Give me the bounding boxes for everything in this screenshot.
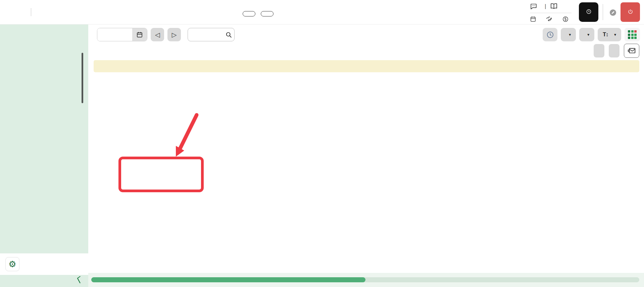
revenue-summary <box>153 47 156 54</box>
sessions-icon <box>530 16 536 22</box>
user-group <box>579 2 640 22</box>
tee-sheet-main: ◁ ▷ ▾ ▾ T↕▾ <box>88 25 644 287</box>
select-resources-dropdown[interactable]: ▾ <box>579 28 594 41</box>
chevron-down-icon: ▾ <box>614 32 616 37</box>
bottom-scroll-area <box>88 273 644 287</box>
edit-profile-icon[interactable] <box>610 9 616 16</box>
balance-icon <box>562 16 569 23</box>
top-bar: | <box>0 0 644 25</box>
datetime <box>25 8 37 16</box>
horizontal-scrollbar-track[interactable] <box>91 277 639 282</box>
date-picker[interactable] <box>97 28 147 41</box>
horizontal-scrollbar-thumb[interactable] <box>91 277 365 282</box>
switch-course-button[interactable] <box>261 11 274 16</box>
chevron-down-icon: ▾ <box>587 32 589 37</box>
send-email-icon[interactable] <box>624 44 639 58</box>
gear-icon[interactable]: ⚙ <box>5 257 19 271</box>
calendar-icon[interactable] <box>132 28 147 41</box>
power-icon <box>628 9 633 14</box>
sort-by-dropdown[interactable]: ▾ <box>561 28 576 41</box>
chevron-down-icon: ▾ <box>569 32 571 37</box>
rounds-icon <box>546 15 553 23</box>
knowledge-base-icon <box>550 2 558 10</box>
clock-icon <box>586 9 592 14</box>
help-divider: | <box>545 3 546 10</box>
next-day-button[interactable]: ▷ <box>167 28 181 41</box>
search-icon[interactable] <box>223 31 234 38</box>
search-player-box[interactable] <box>188 28 235 41</box>
history-clock-icon[interactable] <box>543 28 557 41</box>
search-player-input[interactable] <box>188 32 223 38</box>
clock-out-button[interactable] <box>579 2 598 22</box>
grid-view-icon[interactable] <box>625 28 640 41</box>
prev-day-button[interactable]: ◁ <box>151 28 164 41</box>
count-bar <box>88 43 644 59</box>
sidebar-scrollbar[interactable] <box>82 53 83 103</box>
export-pdf-button[interactable] <box>609 44 620 57</box>
sidebar: ⚙ <box>0 25 88 287</box>
chat-icon <box>530 3 537 10</box>
notice-banner <box>94 60 639 72</box>
sidebar-collapse-icon[interactable] <box>74 274 84 284</box>
sidebar-footer: ⚙ <box>0 253 88 275</box>
user-divider <box>603 4 603 20</box>
help-group: | <box>530 2 572 23</box>
export-excel-button[interactable] <box>594 44 604 57</box>
switch-role-button[interactable] <box>243 11 255 16</box>
terminal-group <box>243 8 274 16</box>
logout-button[interactable] <box>621 2 640 22</box>
text-height-icon: T↕ <box>603 32 608 38</box>
date-input[interactable] <box>97 28 132 41</box>
toolbar: ◁ ▷ ▾ ▾ T↕▾ <box>88 25 644 43</box>
datetime-divider <box>31 8 31 16</box>
slot-height-dropdown[interactable]: T↕▾ <box>598 28 621 41</box>
